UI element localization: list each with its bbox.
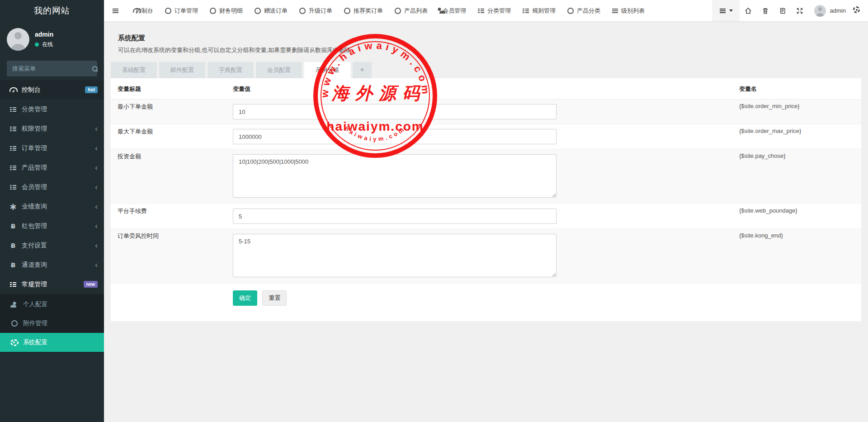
sidebar-item-label: 红包管理: [22, 222, 47, 230]
topnav-item[interactable]: 赠送订单: [255, 7, 288, 15]
sidebar-item-label: 业绩查询: [22, 203, 47, 211]
sidebar-item[interactable]: 订单管理: [0, 138, 104, 158]
bars-icon: [612, 8, 618, 14]
chevron-left-icon: [95, 261, 98, 269]
topnav-item-label: 产品分类: [577, 7, 600, 15]
reset-button[interactable]: 重置: [262, 290, 287, 306]
sidebar-item[interactable]: 业绩查询: [0, 197, 104, 216]
list-icon: [719, 8, 727, 14]
sidebar-item[interactable]: 支付设置: [0, 236, 104, 255]
list-icon: [9, 146, 17, 151]
topnav-item-label: 分类管理: [487, 7, 511, 15]
topnav-item-label: 推荐奖订单: [354, 7, 383, 15]
sidebar-search: [7, 61, 97, 76]
topnav-item-label: 会员管理: [443, 7, 466, 15]
tab[interactable]: +: [353, 62, 372, 78]
topnav-item-label: 赠送订单: [264, 7, 288, 15]
form-buttons: 确定 重置: [111, 284, 861, 321]
bitcoin-icon: [9, 261, 17, 269]
gears-icon: [10, 339, 19, 346]
submit-button[interactable]: 确定: [233, 290, 257, 306]
tab[interactable]: 基础配置: [111, 62, 157, 78]
circle-icon: [344, 8, 350, 14]
config-table: 变量标题 变量值 变量名 最小下单金额 {$site.order_min_pri…: [111, 78, 861, 284]
sidebar-item[interactable]: 产品管理: [0, 158, 104, 177]
sidebar-item[interactable]: 控制台 hot: [0, 80, 104, 100]
user-icon: [10, 302, 19, 308]
chevron-left-icon: [95, 183, 98, 191]
sidebar-subitem[interactable]: 个人配置: [0, 295, 104, 314]
column-header-title: 变量标题: [111, 78, 226, 100]
app-title[interactable]: 我的网站: [0, 0, 104, 21]
variable-title: 最大下单金额: [111, 124, 226, 149]
variable-value-input[interactable]: [233, 129, 557, 144]
clear-cache-button[interactable]: [762, 7, 769, 14]
sidebar-item-label: 产品管理: [22, 164, 47, 172]
topnav-item[interactable]: 分类管理: [478, 7, 511, 15]
status-badge: hot: [85, 86, 98, 93]
variable-title: 订单受风控时间: [111, 229, 226, 284]
variable-name: {$site.kong_end}: [732, 229, 861, 284]
search-input[interactable]: [12, 65, 92, 72]
topbar-user-name[interactable]: admin: [830, 7, 846, 14]
circle-icon: [10, 320, 19, 327]
column-header-name: 变量名: [732, 78, 861, 100]
topbar: 控制台 订单管理 财务明细 赠送订单 升级订单: [104, 0, 868, 21]
list-icon: [523, 8, 529, 14]
sidebar-subitem[interactable]: 系统配置: [0, 333, 104, 352]
topnav-item[interactable]: 会员管理: [439, 7, 466, 15]
variable-name: {$site.order_max_price}: [732, 124, 861, 149]
topnav-item[interactable]: 升级订单: [299, 7, 332, 15]
sidebar-subitem[interactable]: 附件管理: [0, 314, 104, 333]
topnav-item[interactable]: 规则管理: [523, 7, 556, 15]
bitcoin-icon: [9, 242, 17, 249]
topnav-item[interactable]: 财务明细: [210, 7, 243, 15]
table-row: 最小下单金额 {$site.order_min_price}: [111, 100, 861, 124]
user-avatar-button[interactable]: [814, 5, 826, 17]
topnav-item[interactable]: 产品分类: [567, 7, 600, 15]
sidebar-item-label: 控制台: [22, 86, 41, 94]
settings-button[interactable]: [853, 6, 860, 15]
topnav-item[interactable]: 控制台: [132, 7, 153, 15]
topnav-item-label: 升级订单: [309, 7, 332, 15]
user-status: 在线: [35, 41, 53, 48]
variable-value-input[interactable]: [233, 209, 557, 224]
tab[interactable]: 邮件配置: [159, 62, 205, 78]
user-name: admin: [35, 31, 53, 38]
sidebar-item[interactable]: 红包管理: [0, 216, 104, 236]
nav-overflow-dropdown[interactable]: [712, 0, 740, 21]
sidebar-subitem-label: 附件管理: [23, 319, 47, 327]
dashboard-icon: [9, 87, 17, 93]
sidebar-item[interactable]: 通道查询: [0, 255, 104, 275]
sidebar-item-label: 权限管理: [22, 125, 47, 133]
variable-value-textarea[interactable]: 5-15: [233, 234, 557, 277]
sidebar-item[interactable]: 分类管理: [0, 100, 104, 119]
asterisk-icon: [9, 204, 17, 209]
topnav-item[interactable]: 产品列表: [395, 7, 428, 15]
chevron-left-icon: [95, 242, 98, 249]
topnav-item[interactable]: 推荐奖订单: [344, 7, 383, 15]
variable-name: {$site.order_min_price}: [732, 100, 861, 124]
sidebar-item[interactable]: 常规管理 new: [0, 275, 104, 294]
variable-name: {$site.pay_chose}: [732, 149, 861, 204]
variable-value-input[interactable]: [233, 104, 557, 119]
page-title: 系统配置: [118, 34, 854, 43]
tab[interactable]: 示例分组: [304, 62, 350, 78]
topnav-item[interactable]: 订单管理: [165, 7, 198, 15]
sidebar-item[interactable]: 会员管理: [0, 177, 104, 197]
topbar-right: admin: [712, 0, 868, 21]
topnav-item[interactable]: 级别列表: [612, 7, 645, 15]
fullscreen-button[interactable]: [796, 7, 803, 14]
log-button[interactable]: [779, 7, 786, 14]
chevron-down-icon: [729, 9, 733, 12]
sidebar-item-label: 会员管理: [22, 183, 47, 191]
tab[interactable]: 字典配置: [208, 62, 254, 78]
tab[interactable]: 会员配置: [256, 62, 302, 78]
sidebar-toggle-button[interactable]: [104, 0, 127, 21]
sidebar-item[interactable]: 权限管理: [0, 119, 104, 138]
search-icon[interactable]: [92, 66, 98, 72]
variable-value-textarea[interactable]: 10|100|200|500|1000|5000: [233, 154, 557, 198]
home-button[interactable]: [745, 7, 752, 14]
config-tabs: 基础配置 邮件配置 字典配置 会员配置 示例分组 +: [111, 62, 861, 78]
log-icon: [779, 7, 786, 14]
